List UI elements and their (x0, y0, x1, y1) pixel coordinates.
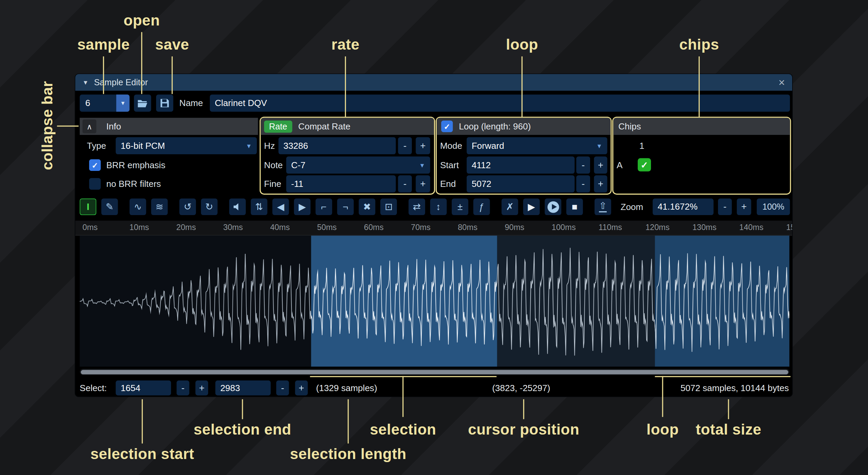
loop-start-value: 4112 (472, 160, 491, 170)
import-button[interactable]: ⇧ (595, 198, 611, 215)
sign-convert-button[interactable]: ± (452, 198, 468, 215)
insert-silence-button[interactable]: ⌐ (316, 198, 332, 215)
hz-input[interactable]: 33286 (279, 137, 396, 154)
delete-button[interactable]: ✖ (359, 198, 375, 215)
loop-enable-checkbox[interactable]: ✓ (441, 121, 453, 132)
selection-start-input[interactable]: 1654 (116, 381, 171, 395)
hz-plus-button[interactable]: + (416, 137, 430, 154)
zoom-minus-button[interactable]: - (718, 198, 732, 215)
annotation-chips: chips (679, 36, 719, 53)
invert-button[interactable]: ↕ (430, 198, 447, 215)
brr-emphasis-checkbox[interactable]: ✓ (89, 159, 101, 171)
redo-button[interactable]: ↻ (201, 198, 218, 215)
collapse-chevron-icon[interactable]: ∧ (83, 120, 97, 134)
type-dropdown[interactable]: 16-bit PCM ▼ (116, 137, 257, 154)
note-label: Note (264, 157, 283, 174)
ruler-label: 50ms (317, 223, 337, 232)
selection-start-minus-button[interactable]: - (177, 381, 189, 395)
zoom-reset-button[interactable]: 100% (757, 198, 790, 215)
amplify-icon (233, 203, 241, 210)
select-mode-button[interactable]: I (80, 198, 96, 215)
loop-end-input[interactable]: 5072 (467, 175, 574, 192)
type-label: Type (87, 137, 106, 154)
hz-label: Hz (264, 137, 275, 154)
window-titlebar[interactable]: ▼ Sample Editor × (75, 74, 792, 91)
close-icon[interactable]: × (779, 77, 785, 88)
waveform-canvas[interactable] (80, 235, 789, 367)
selection-start-plus-button[interactable]: + (196, 381, 208, 395)
folder-open-icon (137, 99, 148, 108)
zoom-value: 41.1672% (658, 202, 698, 212)
save-button[interactable] (156, 94, 173, 111)
trim-button[interactable]: ⊡ (380, 198, 397, 215)
selection-end-value: 2983 (220, 383, 240, 393)
selection-end-plus-button[interactable]: + (295, 381, 307, 395)
normalize-button[interactable]: ⇅ (251, 198, 267, 215)
annotation-line-collapse-bar (57, 125, 79, 126)
scrollbar-thumb[interactable] (81, 370, 788, 374)
ruler-label: 130ms (692, 223, 717, 232)
undo-button[interactable]: ↺ (179, 198, 196, 215)
fade-in-button[interactable]: ◀ (272, 198, 289, 215)
ruler-label: 10ms (129, 223, 149, 232)
zoom-plus-button[interactable]: + (737, 198, 751, 215)
fade-out-button[interactable]: ▶ (294, 198, 311, 215)
apply-silence-button[interactable]: ¬ (337, 198, 354, 215)
draw-mode-button[interactable]: ✎ (101, 198, 118, 215)
fine-plus-button[interactable]: + (416, 175, 430, 192)
open-button[interactable] (134, 94, 151, 111)
loop-end-value: 5072 (472, 179, 491, 189)
fade-in-icon: ◀ (277, 202, 284, 212)
resample-button[interactable]: ∿ (130, 198, 146, 215)
loop-start-input[interactable]: 4112 (467, 157, 574, 174)
play-icon (547, 201, 559, 213)
sample-number-value: 6 (80, 98, 116, 108)
fine-input[interactable]: -11 (286, 175, 396, 192)
chip-enabled-checkbox[interactable]: ✓ (638, 158, 651, 171)
no-brr-filters-label: no BRR filters (106, 175, 161, 192)
note-dropdown[interactable]: C-7 ▼ (286, 157, 430, 174)
chips-column-label: 1 (639, 137, 644, 154)
play-button[interactable] (545, 198, 562, 215)
ruler-label: 70ms (411, 223, 431, 232)
crossfade-button[interactable]: ✗ (502, 198, 518, 215)
reverse-button[interactable]: ⇄ (408, 198, 425, 215)
selection-start-value: 1654 (121, 383, 140, 393)
fine-minus-button[interactable]: - (398, 175, 412, 192)
rate-panel-header[interactable]: Rate Compat Rate (261, 118, 434, 135)
loop-panel-header[interactable]: ✓ Loop (length: 960) (437, 118, 611, 135)
loop-end-minus-button[interactable]: - (576, 175, 590, 192)
dropdown-arrow-icon[interactable]: ▼ (116, 94, 130, 111)
zoom-input[interactable]: 41.1672% (653, 198, 714, 215)
ruler-label: 150 (786, 223, 792, 232)
loop-end-plus-button[interactable]: + (594, 175, 607, 192)
loop-start-plus-button[interactable]: + (594, 157, 607, 174)
sample-number-dropdown[interactable]: 6 ▼ (80, 94, 129, 111)
fine-value: -11 (291, 179, 303, 189)
filter-button[interactable]: ƒ (473, 198, 490, 215)
ruler-label: 90ms (505, 223, 524, 232)
collapse-triangle-icon[interactable]: ▼ (83, 79, 89, 86)
amplify-button[interactable] (229, 198, 246, 215)
create-wave-button[interactable]: ≋ (151, 198, 168, 215)
preview-icon: ▶ (528, 202, 535, 212)
chips-row-label: A (617, 157, 622, 174)
insert-silence-icon: ⌐ (321, 202, 327, 212)
ruler-label: 140ms (739, 223, 764, 232)
loop-start-minus-button[interactable]: - (576, 157, 590, 174)
stop-button[interactable]: ■ (566, 198, 583, 215)
check-icon: ✓ (92, 161, 98, 170)
hz-minus-button[interactable]: - (398, 137, 412, 154)
green-check-icon: ✓ (641, 160, 648, 170)
ruler-label: 0ms (83, 223, 98, 232)
loop-mode-dropdown[interactable]: Forward ▼ (467, 137, 607, 154)
preview-button[interactable]: ▶ (523, 198, 540, 215)
info-panel-header[interactable]: ∧ Info (80, 118, 258, 135)
selection-end-input[interactable]: 2983 (215, 381, 271, 395)
sample-name-input[interactable]: Clarinet DQV (210, 94, 790, 111)
no-brr-filters-checkbox[interactable] (89, 178, 101, 190)
annotation-open: open (123, 12, 160, 29)
chips-panel-header[interactable]: Chips (613, 118, 790, 135)
selection-end-minus-button[interactable]: - (276, 381, 289, 395)
brr-emphasis-label: BRR emphasis (106, 157, 165, 174)
